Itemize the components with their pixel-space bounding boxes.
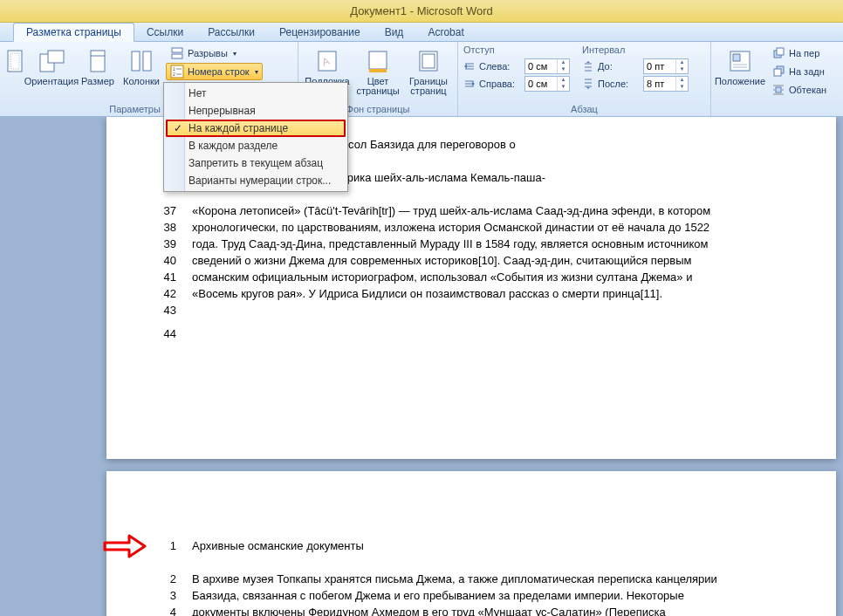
tab-mailings[interactable]: Рассылки [195,24,267,41]
group-paragraph: Отступ Слева: ▲▼ Справа: ▲▼ Интервал До: [458,42,711,116]
text-line[interactable]: 41османским официальным историографом, и… [133,270,810,285]
tab-view[interactable]: Вид [373,24,416,41]
size-label: Размер [81,77,114,86]
window-title: Документ1 - Microsoft Word [350,4,493,17]
indent-header: Отступ [463,44,570,55]
ribbon: Ориентация Размер Колонки Разр [0,42,843,117]
page-2[interactable]: 1Архивные османские документы2В архиве м… [106,471,836,616]
text-line[interactable]: 1Архивные османские документы [133,538,810,554]
size-button[interactable]: Размер [79,44,117,99]
dd-suppress[interactable]: Запретить в текущем абзац [166,154,346,172]
spin-down-icon[interactable]: ▼ [675,84,688,91]
position-label: Положение [715,77,765,86]
send-back-button[interactable]: На задн [767,63,831,80]
text-line[interactable]: 38хронологически, по царствованиям, изло… [133,220,810,236]
position-button[interactable]: Положение [716,44,764,99]
page-borders-button[interactable]: Границы страниц [405,44,452,99]
spin-up-icon[interactable]: ▲ [675,77,688,84]
dd-continuous[interactable]: Непрерывная [166,102,346,120]
line-number: 43 [133,303,176,325]
ribbon-tabs: Разметка страницы Ссылки Рассылки Реценз… [0,23,843,42]
line-numbers-dropdown: Нет Непрерывная ✓ На каждой странице В к… [163,82,348,192]
page-color-icon [364,47,392,75]
send-back-label: На задн [789,66,825,77]
dd-restart-each-page[interactable]: ✓ На каждой странице [166,120,346,137]
line-text[interactable]: Баязида, связанная с побегом Джема и его… [192,588,810,604]
indent-right-icon [463,78,476,90]
dd-restart-each-section[interactable]: В каждом разделе [166,137,346,154]
spacing-before-input[interactable]: ▲▼ [643,58,689,74]
line-text[interactable] [192,555,810,571]
indent-right-input[interactable]: ▲▼ [524,76,570,92]
svg-rect-5 [132,51,140,71]
line-number: 3 [133,588,176,604]
tab-references[interactable]: Ссылки [134,24,195,41]
annotation-arrow-icon [103,534,147,558]
text-wrap-label: Обтекан [789,85,826,95]
line-text[interactable] [192,303,810,325]
line-numbers-button[interactable]: 12 Номера строк ▾ [166,63,263,80]
tab-review[interactable]: Рецензирование [267,24,373,41]
orientation-button[interactable]: Ориентация [28,44,75,99]
line-number: 41 [133,270,176,285]
line-numbers-icon: 12 [170,65,184,79]
text-line[interactable]: 42«Восемь кругов рая». У Идриса Бидлиси … [133,286,810,302]
text-line[interactable]: 40сведений о жизни Джема для современных… [133,253,810,269]
breaks-icon [170,46,184,60]
spacing-after-icon [582,78,594,90]
spin-down-icon[interactable]: ▼ [675,66,688,73]
line-number: 40 [133,253,176,269]
line-number: 39 [133,236,176,252]
text-wrap-button[interactable]: Обтекан [767,81,831,99]
text-line[interactable]: 43 [133,303,810,325]
line-text[interactable]: В архиве музея Топкапы хранятся письма Д… [192,572,810,587]
line-text[interactable]: хронологически, по царствованиям, изложе… [192,220,810,236]
text-wrap-icon [771,83,785,97]
line-text[interactable] [192,326,810,349]
dd-none[interactable]: Нет [166,85,346,102]
spin-up-icon[interactable]: ▲ [557,77,569,84]
text-line[interactable]: 2В архиве музея Топкапы хранятся письма … [133,572,810,587]
document-area[interactable]: к папе Иннокентию VIII как посол Баязида… [0,117,843,616]
svg-text:2: 2 [173,72,175,77]
columns-icon [127,47,155,75]
page-color-button[interactable]: Цвет страницы [354,44,401,99]
text-line[interactable]: 39года. Труд Саад-эд-Дина, представленны… [133,236,810,252]
line-text[interactable]: сведений о жизни Джема для современных и… [192,253,810,269]
line-text[interactable]: «Корона летописей» (Tâcü't-Tevârih[tr]) … [192,203,810,219]
svg-rect-21 [733,54,740,61]
bring-front-button[interactable]: На пер [767,44,831,62]
text-line[interactable]: 3Баязида, связанная с побегом Джема и ег… [133,588,810,604]
text-line[interactable] [133,555,810,571]
text-line[interactable]: 37«Корона летописей» (Tâcü't-Tevârih[tr]… [133,203,810,219]
line-text[interactable]: Архивные османские документы [192,538,810,554]
line-text[interactable]: года. Труд Саад-эд-Дина, представленный … [192,236,810,252]
indent-left-label: Слева: [479,61,521,72]
columns-button[interactable]: Колонки [120,44,162,99]
spin-up-icon[interactable]: ▲ [557,59,569,66]
dd-options[interactable]: Варианты нумерации строк... [166,172,346,189]
margins-button[interactable] [5,44,24,99]
spin-down-icon[interactable]: ▼ [557,66,569,73]
svg-rect-23 [777,48,784,55]
line-text[interactable]: «Восемь кругов рая». У Идриса Бидлиси он… [192,286,810,302]
tab-acrobat[interactable]: Acrobat [415,24,476,41]
spacing-after-input[interactable]: ▲▼ [643,76,689,92]
svg-rect-7 [172,48,182,52]
tab-page-layout[interactable]: Разметка страницы [13,23,134,42]
text-line[interactable]: 44 [133,326,810,349]
svg-rect-17 [369,69,387,72]
line-text[interactable]: османским официальным историографом, исп… [192,270,810,285]
text-line[interactable]: 4документы включены Феридуном Ахмедом в … [133,605,810,616]
line-number: 44 [133,326,176,349]
svg-rect-4 [91,51,105,72]
breaks-button[interactable]: Разрывы ▾ [166,44,263,62]
chevron-down-icon: ▾ [255,68,258,76]
margins-icon [1,47,29,75]
indent-left-input[interactable]: ▲▼ [524,58,570,74]
line-text[interactable]: документы включены Феридуном Ахмедом в е… [192,605,810,616]
spin-up-icon[interactable]: ▲ [675,59,688,66]
line-numbers-label: Номера строк [188,66,250,77]
spin-down-icon[interactable]: ▼ [557,84,569,91]
orientation-icon [38,47,65,75]
